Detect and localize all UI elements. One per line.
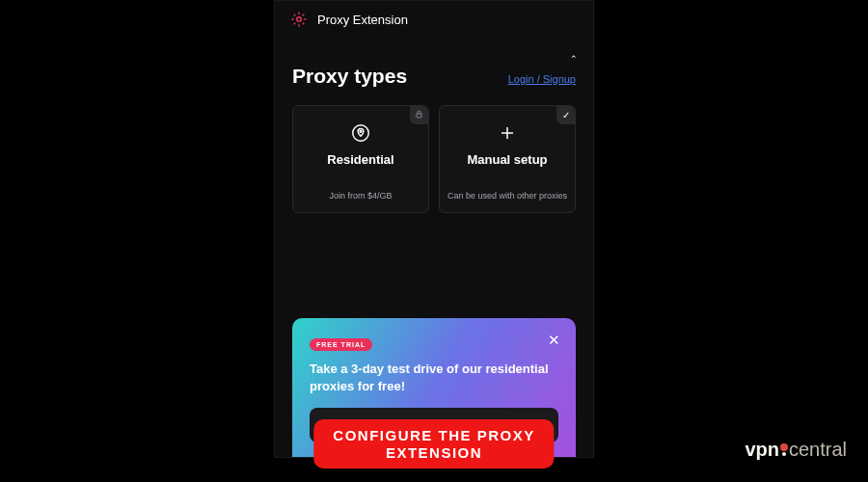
section-title: Proxy types — [292, 65, 407, 88]
app-title: Proxy Extension — [317, 13, 408, 27]
login-signup-link[interactable]: Login / Signup — [508, 73, 576, 85]
lock-icon — [415, 110, 423, 120]
proxy-card-residential[interactable]: Residential Join from $4/GB — [292, 105, 429, 213]
svg-point-2 — [353, 125, 369, 142]
caption-line-2: EXTENSION — [333, 444, 534, 463]
vpncentral-watermark: vpn central — [745, 439, 847, 461]
free-trial-badge: FREE TRIAL — [310, 338, 372, 351]
watermark-central: central — [789, 439, 847, 461]
chevron-up-icon[interactable]: ⌃ — [570, 54, 578, 64]
title-row: Proxy types Login / Signup ⌃ — [292, 65, 576, 88]
check-badge: ✓ — [556, 106, 575, 124]
promo-text: Take a 3-day test drive of our residenti… — [310, 361, 558, 394]
card-title: Manual setup — [467, 152, 547, 167]
location-pin-icon — [350, 121, 371, 145]
watermark-i-icon — [780, 443, 788, 456]
instruction-caption: CONFIGURE THE PROXY EXTENSION — [313, 419, 554, 469]
proxy-card-manual[interactable]: ✓ Manual setup Can be used with other pr… — [439, 105, 576, 213]
svg-point-3 — [360, 130, 362, 132]
plus-icon — [499, 121, 516, 145]
card-subtitle: Join from $4/GB — [323, 191, 397, 201]
svg-rect-1 — [417, 114, 421, 118]
caption-line-1: CONFIGURE THE PROXY — [333, 427, 534, 445]
svg-point-0 — [297, 17, 302, 22]
check-icon: ✓ — [562, 110, 570, 120]
proxy-type-cards: Residential Join from $4/GB ✓ Manual set… — [292, 105, 576, 213]
watermark-vpn: vpn — [745, 439, 779, 461]
app-logo-icon — [290, 11, 308, 28]
extension-header: Proxy Extension — [275, 1, 593, 38]
lock-badge — [410, 106, 428, 124]
panel-body: Proxy types Login / Signup ⌃ — [275, 38, 593, 213]
close-icon[interactable]: ✕ — [548, 332, 560, 349]
extension-panel: Proxy Extension Proxy types Login / Sign… — [274, 0, 594, 458]
card-subtitle: Can be used with other proxies — [442, 191, 573, 201]
card-title: Residential — [327, 152, 393, 167]
